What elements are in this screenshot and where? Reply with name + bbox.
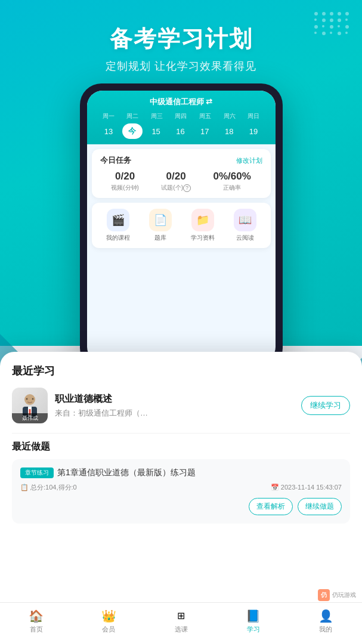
- week-labels-row: 周一 周二 周三 周四 周五 周六 周日: [97, 112, 266, 120]
- action-question-bank[interactable]: 📄 题库: [149, 209, 172, 242]
- week-label-fri: 周五: [194, 112, 216, 120]
- recent-exercises-card: 章节练习 第1章通信职业道德（最新版）练习题 📋 总分:104,得分:0 📅 2…: [12, 459, 350, 524]
- quick-actions-bar: 🎬 我的课程 📄 题库 📁 学习资料 📖 云阅读: [92, 203, 271, 248]
- stat-accuracy: 0%/60% 正确率: [213, 171, 250, 192]
- recent-study-item: 聂伟成 职业道德概述 来自：初级通信工程师（… 继续学习: [12, 388, 350, 423]
- divider: [12, 433, 350, 434]
- cloud-read-label: 云阅读: [236, 234, 254, 242]
- tasks-edit-btn[interactable]: 修改计划: [236, 156, 262, 165]
- exercise-header-row: 章节练习 第1章通信职业道德（最新版）练习题: [20, 467, 342, 478]
- today-tasks-card: 今日任务 修改计划 0/20 视频(分钟) 0/20 试题(个)? 0%/60%…: [92, 149, 271, 198]
- exercise-tag: 章节练习: [20, 467, 54, 478]
- member-icon: 👑: [101, 609, 116, 623]
- view-analysis-btn[interactable]: 查看解析: [249, 498, 293, 515]
- svg-point-6: [26, 398, 27, 400]
- nav-home-label: 首页: [30, 625, 43, 634]
- header-section: 备考学习计划 定制规划 让化学习效果看得见: [0, 24, 362, 73]
- watermark: 仍 仍玩游戏: [318, 589, 356, 601]
- my-course-label: 我的课程: [106, 234, 130, 242]
- recent-exercises-title: 最近做题: [12, 441, 350, 453]
- action-study-material[interactable]: 📁 学习资料: [191, 209, 215, 242]
- study-material-icon: 📁: [191, 209, 214, 231]
- phone-screen: 中级通信工程师 ⇄ 周一 周二 周三 周四 周五 周六 周日 13 今 15 1…: [87, 91, 276, 363]
- profile-icon: 👤: [318, 609, 333, 623]
- date-19[interactable]: 19: [243, 123, 264, 140]
- question-bank-label: 题库: [154, 234, 166, 242]
- recent-study-title: 最近学习: [12, 364, 350, 378]
- nav-study-label: 学习: [247, 625, 260, 634]
- study-icon: 📘: [246, 609, 261, 623]
- continue-exercise-btn[interactable]: 继续做题: [298, 498, 342, 515]
- nav-home[interactable]: 🏠 首页: [0, 609, 72, 634]
- date-16[interactable]: 16: [169, 123, 191, 140]
- nav-courses[interactable]: ⊞ 选课: [145, 609, 217, 634]
- sub-title: 定制规划 让化学习效果看得见: [0, 59, 362, 73]
- stat-quiz: 0/20 试题(个)?: [161, 171, 191, 192]
- date-15[interactable]: 15: [146, 123, 167, 140]
- phone-header: 中级通信工程师 ⇄ 周一 周二 周三 周四 周五 周六 周日 13 今 15 1…: [87, 91, 276, 144]
- stat-quiz-label: 试题(个)?: [161, 184, 191, 192]
- week-label-mon: 周一: [98, 112, 119, 120]
- stat-video-label: 视频(分钟): [111, 184, 139, 192]
- stat-video-value: 0/20: [111, 171, 139, 182]
- tasks-stats: 0/20 视频(分钟) 0/20 试题(个)? 0%/60% 正确率: [100, 171, 262, 192]
- lesson-source: 来自：初级通信工程师（…: [55, 408, 294, 419]
- tasks-title: 今日任务: [100, 155, 131, 166]
- stat-accuracy-value: 0%/60%: [213, 171, 250, 182]
- watermark-icon: 仍: [318, 589, 330, 601]
- bottom-nav: 🏠 首页 👑 会员 ⊞ 选课 📘 学习 👤 我的: [0, 602, 362, 644]
- date-today[interactable]: 今: [122, 123, 143, 139]
- my-course-icon: 🎬: [107, 209, 129, 231]
- cloud-read-icon: 📖: [234, 209, 256, 231]
- main-title: 备考学习计划: [0, 24, 362, 54]
- study-material-label: 学习资料: [191, 234, 215, 242]
- continue-study-btn[interactable]: 继续学习: [301, 396, 350, 415]
- action-cloud-read[interactable]: 📖 云阅读: [234, 209, 256, 242]
- teacher-avatar: 聂伟成: [12, 388, 48, 423]
- exercise-score: 📋 总分:104,得分:0: [20, 483, 77, 492]
- exercise-meta-row: 📋 总分:104,得分:0 📅 2023-11-14 15:43:07: [20, 483, 342, 492]
- action-my-course[interactable]: 🎬 我的课程: [106, 209, 130, 242]
- nav-profile-label: 我的: [319, 625, 332, 634]
- week-label-thu: 周四: [170, 112, 191, 120]
- exercise-name: 第1章通信职业道德（最新版）练习题: [57, 467, 196, 478]
- week-label-wed: 周三: [146, 112, 168, 120]
- lesson-title: 职业道德概述: [55, 393, 294, 405]
- week-label-tue: 周二: [122, 112, 143, 120]
- phone-mockup: 中级通信工程师 ⇄ 周一 周二 周三 周四 周五 周六 周日 13 今 15 1…: [80, 83, 283, 370]
- stat-video: 0/20 视频(分钟): [111, 171, 139, 192]
- week-label-sat: 周六: [219, 112, 240, 120]
- date-18[interactable]: 18: [218, 123, 240, 140]
- tasks-header: 今日任务 修改计划: [100, 155, 262, 166]
- info-icon: ?: [183, 184, 191, 192]
- stat-quiz-value: 0/20: [161, 171, 191, 182]
- nav-profile[interactable]: 👤 我的: [290, 609, 362, 634]
- watermark-text: 仍玩游戏: [332, 591, 356, 599]
- nav-study[interactable]: 📘 学习: [217, 609, 289, 634]
- question-bank-icon: 📄: [149, 209, 172, 231]
- week-dates-row: 13 今 15 16 17 18 19: [97, 123, 266, 140]
- nav-courses-label: 选课: [175, 625, 188, 634]
- date-13[interactable]: 13: [98, 123, 119, 140]
- teacher-name-badge: 聂伟成: [12, 413, 48, 423]
- nav-member[interactable]: 👑 会员: [72, 609, 144, 634]
- bottom-card: 最近学习: [0, 352, 362, 638]
- stat-accuracy-label: 正确率: [213, 184, 250, 192]
- home-icon: 🏠: [29, 609, 44, 623]
- courses-icon: ⊞: [174, 609, 188, 623]
- recent-study-info: 职业道德概述 来自：初级通信工程师（…: [55, 393, 294, 419]
- exercise-date: 📅 2023-11-14 15:43:07: [271, 484, 342, 491]
- nav-member-label: 会员: [102, 625, 115, 634]
- date-17[interactable]: 17: [194, 123, 215, 140]
- week-label-sun: 周日: [243, 112, 264, 120]
- phone-course-title: 中级通信工程师 ⇄: [97, 97, 266, 107]
- exercise-buttons: 查看解析 继续做题: [20, 498, 342, 515]
- svg-point-7: [32, 398, 33, 400]
